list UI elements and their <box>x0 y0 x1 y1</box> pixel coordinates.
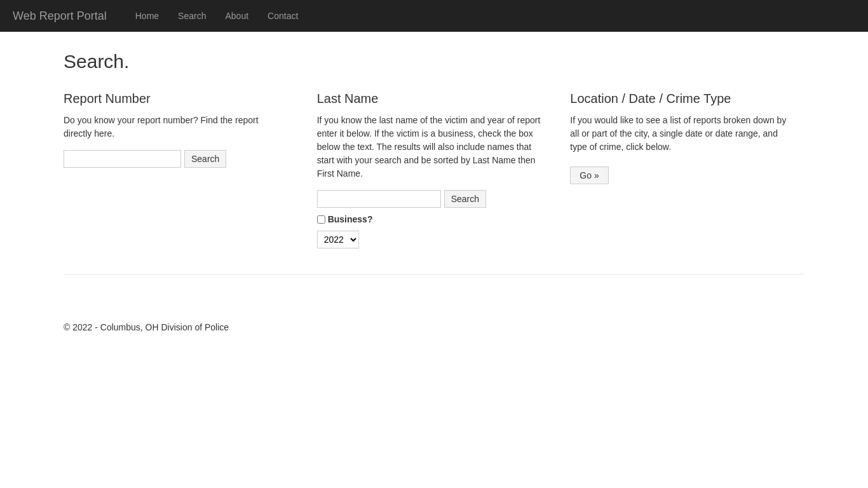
last-name-description: If you know the last name of the victim … <box>317 114 542 180</box>
last-name-input[interactable] <box>317 190 441 208</box>
last-name-heading: Last Name <box>317 92 542 106</box>
location-go-button[interactable]: Go » <box>570 166 608 184</box>
report-number-input[interactable] <box>64 150 181 168</box>
nav-link-home[interactable]: Home <box>126 1 168 30</box>
report-number-section: Report Number Do you know your report nu… <box>64 92 298 248</box>
report-number-description: Do you know your report number? Find the… <box>64 114 288 140</box>
business-checkbox-container: Business? <box>317 214 542 224</box>
location-heading: Location / Date / Crime Type <box>570 92 795 106</box>
report-number-heading: Report Number <box>64 92 288 106</box>
report-number-form: Search <box>64 150 288 168</box>
navbar-brand[interactable]: Web Report Portal <box>13 10 107 23</box>
footer-text: © 2022 - Columbus, OH Division of Police <box>64 322 229 332</box>
last-name-form: Search <box>317 190 542 208</box>
navbar-links: Home Search About Contact <box>126 1 308 30</box>
location-section: Location / Date / Crime Type If you woul… <box>570 92 804 248</box>
nav-link-about[interactable]: About <box>215 1 258 30</box>
nav-link-search[interactable]: Search <box>168 1 215 30</box>
nav-item-home[interactable]: Home <box>126 1 168 30</box>
columns-container: Report Number Do you know your report nu… <box>64 92 804 248</box>
last-name-section: Last Name If you know the last name of t… <box>317 92 552 248</box>
year-select[interactable]: 2022 2021 2020 2019 2018 <box>317 231 359 248</box>
footer-divider <box>64 274 804 274</box>
last-name-search-button[interactable]: Search <box>444 190 486 208</box>
footer: © 2022 - Columbus, OH Division of Police <box>0 313 868 342</box>
business-checkbox[interactable] <box>317 215 325 224</box>
navbar: Web Report Portal Home Search About Cont… <box>0 0 868 32</box>
main-content: Search. Report Number Do you know your r… <box>0 32 868 313</box>
nav-item-about[interactable]: About <box>215 1 258 30</box>
location-description: If you would like to see a list of repor… <box>570 114 795 154</box>
nav-link-contact[interactable]: Contact <box>258 1 308 30</box>
report-number-search-button[interactable]: Search <box>184 150 226 168</box>
nav-item-search[interactable]: Search <box>168 1 215 30</box>
nav-item-contact[interactable]: Contact <box>258 1 308 30</box>
business-label-text: Business? <box>328 214 373 224</box>
page-title: Search. <box>64 51 804 72</box>
